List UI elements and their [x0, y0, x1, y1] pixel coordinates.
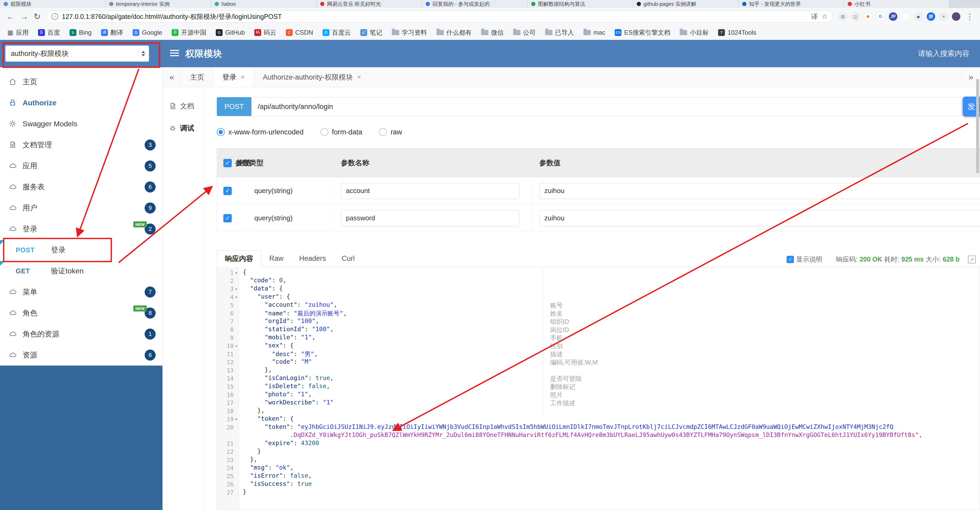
browser-tab[interactable]: habos	[211, 0, 317, 8]
param-value-input[interactable]	[539, 183, 980, 199]
response-tab[interactable]: Headers	[291, 250, 334, 267]
back-icon[interactable]: ←	[6, 12, 15, 22]
browser-tab[interactable]: 小红书	[844, 0, 950, 8]
sidebar-item[interactable]: POST登录	[0, 239, 162, 260]
fold-caret-icon[interactable]: ▾	[234, 287, 239, 292]
doc-tab[interactable]: Authorize-authority-权限模块×	[254, 67, 370, 87]
bookmark-item[interactable]: 云百度云	[323, 29, 351, 37]
bookmark-item[interactable]: 学习资料	[392, 29, 427, 37]
fold-caret-icon[interactable]: ▾	[234, 271, 239, 275]
doc-tab[interactable]: 登录×	[213, 67, 254, 87]
sidebar-item[interactable]: 服务表6	[0, 177, 162, 198]
scrollbar[interactable]	[976, 79, 979, 173]
sidebar-item[interactable]: 菜单7	[0, 282, 162, 303]
fold-caret-icon[interactable]: ▾	[234, 417, 239, 422]
bookmark-item[interactable]: 公司	[513, 29, 536, 37]
bookmark-item[interactable]: 码码云	[254, 29, 276, 37]
response-tab[interactable]: Curl	[334, 250, 363, 267]
select-stepper-icon[interactable]	[138, 51, 145, 56]
module-select[interactable]: authority-权限模块	[5, 45, 149, 62]
screenshot-icon[interactable]: ⊡	[838, 12, 847, 21]
pin-icon[interactable]: 拼	[926, 12, 935, 21]
param-name-input[interactable]	[341, 210, 519, 226]
bookmark-item[interactable]: 小目标	[680, 29, 709, 37]
content-type-radio[interactable]: form-data	[320, 128, 363, 136]
doc-tab[interactable]: 主页	[181, 67, 213, 87]
site-info-icon[interactable]: i	[51, 13, 58, 20]
browser-tab[interactable]: github-pages 实例讲解	[633, 0, 738, 8]
favicon: b	[70, 29, 76, 36]
shield-icon[interactable]: ◆	[914, 12, 923, 21]
reader-icon[interactable]: ◫	[851, 12, 860, 21]
tool-icon[interactable]: ✳	[939, 12, 948, 21]
param-value-input[interactable]	[539, 210, 980, 226]
show-desc-checkbox[interactable]: ✓	[787, 256, 794, 263]
sidebar-item[interactable]: 登录NEW2	[0, 218, 162, 239]
subnav-item-doc[interactable]: 文档	[163, 95, 204, 117]
browser-menu-icon[interactable]: ⋮	[966, 12, 974, 21]
bookmark-item[interactable]: GGoogle	[132, 29, 162, 36]
reload-icon[interactable]: ↻	[33, 11, 41, 22]
browser-tab[interactable]: 回复我的 - 参与或发起的	[422, 0, 528, 8]
row-checkbox[interactable]: ✓	[223, 214, 232, 222]
sidebar-item[interactable]: GET验证token	[0, 260, 162, 282]
bookmark-star-icon[interactable]: ☆	[821, 13, 827, 21]
row-checkbox[interactable]: ✓	[223, 187, 232, 195]
fold-caret-icon[interactable]: ▾	[234, 295, 239, 300]
bookmark-item[interactable]: ESES搜索引擎文档	[615, 29, 670, 37]
colorpick-icon[interactable]: ✱	[864, 12, 872, 21]
sidebar-item[interactable]: 角色NEW8	[0, 303, 162, 324]
sidebar-item[interactable]: 文档管理3	[0, 134, 162, 155]
bookmark-item[interactable]: 什么都有	[436, 29, 472, 37]
bookmark-item[interactable]: 微信	[481, 29, 504, 37]
subnav-item-debug[interactable]: 调试	[163, 117, 204, 139]
sidebar-item[interactable]: 应用5	[0, 155, 162, 177]
sidebar-item[interactable]: 用户9	[0, 198, 162, 218]
sidebar-item[interactable]: 主页	[0, 72, 162, 92]
response-tab[interactable]: Raw	[261, 250, 291, 267]
browser-tab[interactable]: 知乎 - 发现更大的世界	[738, 0, 844, 8]
sidebar-item[interactable]: 角色的资源1	[0, 324, 162, 344]
content-type-radio[interactable]: x-www-form-urlencoded	[217, 128, 304, 136]
browser-tab[interactable]: 权限模块	[0, 0, 105, 8]
jp-icon[interactable]: JP	[889, 12, 897, 21]
browser-tab[interactable]: 图解数据结构与算法	[528, 0, 633, 8]
close-tab-icon[interactable]: ×	[241, 73, 245, 81]
circle-icon[interactable]	[901, 12, 910, 21]
bookmark-item[interactable]: ▦应用	[7, 29, 29, 37]
sidebar-item[interactable]: Swagger Models	[0, 113, 162, 134]
bookmark-item[interactable]: GGitHub	[216, 29, 245, 36]
close-tab-icon[interactable]: ×	[357, 73, 361, 81]
sidebar-item[interactable]: Authorize	[0, 92, 162, 113]
avatar[interactable]	[951, 12, 961, 21]
bookmark-item[interactable]: 百百度	[38, 29, 60, 37]
bookmark-item[interactable]: 开开源中国	[172, 29, 206, 37]
bookmark-item[interactable]: mac	[584, 29, 605, 36]
select-all-checkbox[interactable]: ✓	[223, 159, 232, 167]
folder-icon	[392, 30, 399, 35]
forward-icon[interactable]: →	[20, 12, 29, 22]
bookmark-item[interactable]: 已导入	[545, 29, 574, 37]
bookmark-item[interactable]: T1024Tools	[718, 29, 756, 36]
browser-tab[interactable]: 网易云音乐 听见好时光	[317, 0, 422, 8]
expand-icon[interactable]: ↗	[968, 255, 976, 263]
bookmark-item[interactable]: 译翻译	[101, 29, 123, 37]
response-tab[interactable]: 响应内容	[217, 250, 261, 267]
bookmark-item[interactable]: 记笔记	[360, 29, 382, 37]
bookmark-item[interactable]: CCSDN	[286, 29, 313, 36]
sidebar-item[interactable]: 资源6	[0, 344, 162, 365]
content-type-radio[interactable]: raw	[379, 128, 402, 136]
fold-caret-icon[interactable]: ▾	[234, 344, 239, 349]
address-bar[interactable]: i 127.0.0.1:8760/api/gate/doc.html#/auth…	[46, 11, 833, 22]
search-input[interactable]	[870, 47, 969, 61]
translate-icon[interactable]: 译	[811, 12, 818, 21]
google-icon[interactable]: G	[876, 12, 885, 21]
browser-toolbar: ← → ↻ i 127.0.0.1:8760/api/gate/doc.html…	[0, 8, 980, 25]
param-name-input[interactable]	[341, 183, 519, 199]
bookmark-item[interactable]: bBing	[70, 29, 92, 36]
tabs-scroll-left-icon[interactable]: «	[163, 67, 181, 87]
line-number: 10▾	[217, 342, 239, 350]
request-url-input[interactable]	[251, 97, 962, 116]
menu-toggle-icon[interactable]	[170, 50, 179, 51]
browser-tab[interactable]: temporary-Interior 实例	[105, 0, 211, 8]
